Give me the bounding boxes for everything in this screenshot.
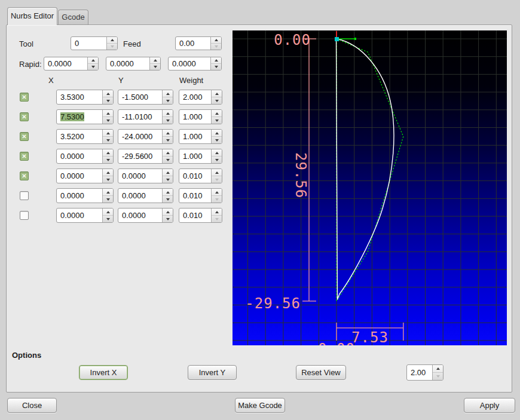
point-enable-checkbox[interactable]: ✕ xyxy=(20,112,29,121)
rapid-z-spinbox[interactable]: 0.0000 xyxy=(168,57,222,70)
spin-up-icon[interactable] xyxy=(212,189,222,196)
spin-up-icon[interactable] xyxy=(103,149,113,157)
point-weight-value[interactable]: 0.010 xyxy=(179,169,211,183)
point-weight-value[interactable]: 2.000 xyxy=(179,90,211,104)
point-enable-checkbox[interactable] xyxy=(20,191,29,200)
spin-down-icon[interactable] xyxy=(163,97,173,104)
spin-down-icon[interactable] xyxy=(163,117,173,124)
point-enable-checkbox[interactable]: ✕ xyxy=(20,132,29,141)
point-weight-spinbox[interactable]: 0.010 xyxy=(179,168,222,183)
spin-up-icon[interactable] xyxy=(163,130,173,137)
grid-size-spin-down-icon[interactable] xyxy=(433,373,443,380)
point-enable-checkbox[interactable]: ✕ xyxy=(20,152,29,161)
make-gcode-button[interactable]: Make Gcode xyxy=(235,398,285,413)
point-y-value[interactable]: 0.0000 xyxy=(118,209,162,222)
spin-up-icon[interactable] xyxy=(212,149,222,157)
point-weight-value[interactable]: 1.000 xyxy=(179,110,211,124)
invert-y-button[interactable]: Invert Y xyxy=(188,365,237,380)
point-x-value[interactable]: 0.0000 xyxy=(57,149,102,163)
feed-spinbox[interactable]: 0.00 xyxy=(175,36,222,50)
point-weight-spinbox[interactable]: 1.000 xyxy=(179,109,222,124)
spin-down-icon[interactable] xyxy=(163,196,173,203)
spin-down-icon[interactable] xyxy=(103,157,113,163)
point-x-value[interactable]: 0.0000 xyxy=(57,189,102,203)
point-y-spinbox[interactable]: -1.5000 xyxy=(118,90,173,105)
tool-spinbox[interactable]: 0 xyxy=(71,36,118,50)
grid-size-spin-up-icon[interactable] xyxy=(433,365,443,373)
feed-spin-down-icon[interactable] xyxy=(211,44,221,50)
apply-button[interactable]: Apply xyxy=(464,398,515,413)
tab-nurbs-editor[interactable]: Nurbs Editor xyxy=(7,7,57,25)
spin-down-icon[interactable] xyxy=(212,137,222,143)
spin-up-icon[interactable] xyxy=(212,90,222,97)
point-x-spinbox[interactable]: 0.0000 xyxy=(56,168,114,183)
spin-down-icon[interactable] xyxy=(103,137,113,143)
point-x-value[interactable]: 3.5300 xyxy=(57,90,102,104)
point-x-spinbox[interactable]: 7.5300 xyxy=(56,109,114,124)
tool-spin-down-icon[interactable] xyxy=(107,44,117,50)
point-y-value[interactable]: -11.0100 xyxy=(118,110,162,124)
rapid-x-spin-up-icon[interactable] xyxy=(88,57,98,64)
spin-up-icon[interactable] xyxy=(163,90,173,97)
rapid-y-spin-down-icon[interactable] xyxy=(150,64,160,70)
rapid-z-value[interactable]: 0.0000 xyxy=(169,57,210,70)
tool-spin-up-icon[interactable] xyxy=(107,37,117,44)
spin-up-icon[interactable] xyxy=(103,169,113,176)
point-x-spinbox[interactable]: 3.5300 xyxy=(56,90,114,105)
point-weight-spinbox[interactable]: 1.000 xyxy=(179,149,222,164)
point-y-value[interactable]: -1.5000 xyxy=(118,90,162,104)
point-x-value[interactable]: 0.0000 xyxy=(57,169,102,183)
point-y-value[interactable]: -24.0000 xyxy=(118,130,162,143)
point-x-spinbox[interactable]: 0.0000 xyxy=(56,188,114,203)
point-y-value[interactable]: 0.0000 xyxy=(118,189,162,203)
point-enable-checkbox[interactable]: ✕ xyxy=(20,171,29,180)
point-y-spinbox[interactable]: -29.5600 xyxy=(118,149,173,164)
grid-size-value[interactable]: 2.00 xyxy=(407,365,432,380)
point-weight-value[interactable]: 0.010 xyxy=(179,209,211,222)
spin-down-icon[interactable] xyxy=(163,176,173,183)
spin-down-icon[interactable] xyxy=(163,216,173,222)
spin-up-icon[interactable] xyxy=(103,209,113,216)
point-weight-spinbox[interactable]: 0.010 xyxy=(179,208,222,223)
spin-down-icon[interactable] xyxy=(212,176,222,183)
point-weight-spinbox[interactable]: 0.010 xyxy=(179,188,222,203)
spin-down-icon[interactable] xyxy=(103,216,113,222)
point-x-value[interactable]: 3.5200 xyxy=(57,130,102,143)
point-y-spinbox[interactable]: 0.0000 xyxy=(118,168,173,183)
spin-up-icon[interactable] xyxy=(103,130,113,137)
point-x-spinbox[interactable]: 0.0000 xyxy=(56,149,114,164)
close-button[interactable]: Close xyxy=(7,398,57,413)
point-weight-spinbox[interactable]: 2.000 xyxy=(179,90,222,105)
spin-up-icon[interactable] xyxy=(163,149,173,157)
spin-down-icon[interactable] xyxy=(103,97,113,104)
rapid-y-spinbox[interactable]: 0.0000 xyxy=(106,57,161,70)
spin-down-icon[interactable] xyxy=(212,97,222,104)
spin-up-icon[interactable] xyxy=(103,90,113,97)
tool-value[interactable]: 0 xyxy=(71,37,106,50)
point-x-spinbox[interactable]: 3.5200 xyxy=(56,129,114,144)
spin-up-icon[interactable] xyxy=(103,189,113,196)
rapid-y-spin-up-icon[interactable] xyxy=(150,57,160,64)
spin-up-icon[interactable] xyxy=(103,110,113,117)
spin-down-icon[interactable] xyxy=(212,196,222,203)
spin-up-icon[interactable] xyxy=(212,130,222,137)
invert-x-button[interactable]: Invert X xyxy=(79,365,128,380)
feed-value[interactable]: 0.00 xyxy=(176,37,210,50)
rapid-y-value[interactable]: 0.0000 xyxy=(106,57,149,70)
spin-up-icon[interactable] xyxy=(212,110,222,117)
point-y-spinbox[interactable]: 0.0000 xyxy=(118,188,173,203)
spin-up-icon[interactable] xyxy=(212,209,222,216)
point-y-value[interactable]: 0.0000 xyxy=(118,169,162,183)
nurbs-plot-canvas[interactable]: 0.0029.56-29.567.530.00 xyxy=(233,30,507,345)
spin-up-icon[interactable] xyxy=(163,169,173,176)
point-weight-spinbox[interactable]: 1.000 xyxy=(179,129,222,144)
point-x-value[interactable]: 0.0000 xyxy=(57,209,102,222)
point-x-spinbox[interactable]: 0.0000 xyxy=(56,208,114,223)
rapid-z-spin-up-icon[interactable] xyxy=(211,57,221,64)
point-y-spinbox[interactable]: 0.0000 xyxy=(118,208,173,223)
point-weight-value[interactable]: 1.000 xyxy=(179,149,211,163)
spin-down-icon[interactable] xyxy=(103,196,113,203)
selected-control-point[interactable] xyxy=(335,37,339,41)
spin-up-icon[interactable] xyxy=(212,169,222,176)
spin-down-icon[interactable] xyxy=(212,157,222,163)
